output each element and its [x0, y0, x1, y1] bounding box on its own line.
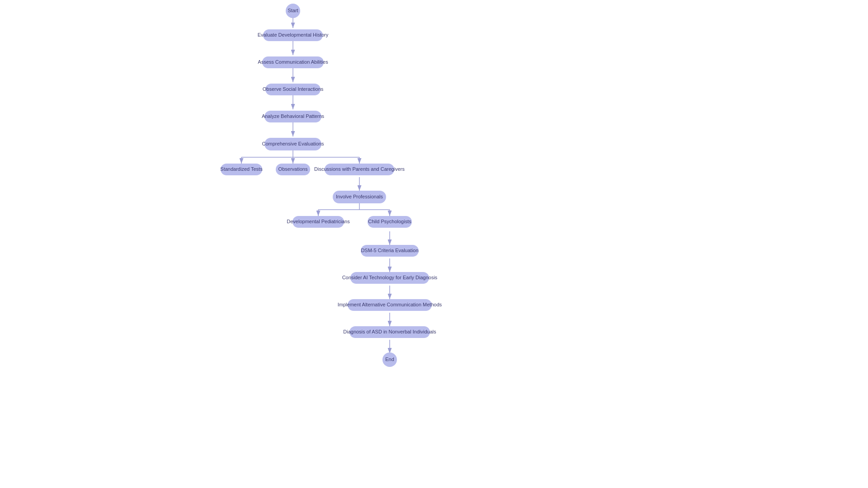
node-start-label: Start	[288, 8, 298, 13]
node-dsm5-label: DSM-5 Criteria Evaluation	[361, 248, 418, 253]
node-child-psych-label: Child Psychologists	[368, 219, 411, 224]
node-dev-peds-label: Developmental Pediatricians	[287, 219, 350, 224]
node-analyze-behav-label: Analyze Behavioral Patterns	[262, 113, 325, 119]
node-comp-eval-label: Comprehensive Evaluations	[262, 141, 324, 146]
node-implement-comm-label: Implement Alternative Communication Meth…	[338, 302, 442, 307]
node-observe-social-label: Observe Social Interactions	[263, 86, 324, 92]
flowchart-container: Start Evaluate Developmental History Ass…	[0, 0, 868, 488]
node-end-label: End	[385, 357, 394, 362]
node-consider-ai-label: Consider AI Technology for Early Diagnos…	[342, 275, 438, 280]
node-assess-comm-label: Assess Communication Abilities	[258, 59, 328, 65]
node-disc-parents-label: Discussions with Parents and Caregivers	[314, 166, 405, 172]
node-std-tests-label: Standardized Tests	[220, 166, 263, 172]
node-eval-dev-label: Evaluate Developmental History	[258, 32, 329, 38]
node-involve-prof-label: Involve Professionals	[336, 194, 383, 199]
node-diagnosis-asd-label: Diagnosis of ASD in Nonverbal Individual…	[343, 329, 436, 334]
node-observations-label: Observations	[278, 166, 308, 172]
